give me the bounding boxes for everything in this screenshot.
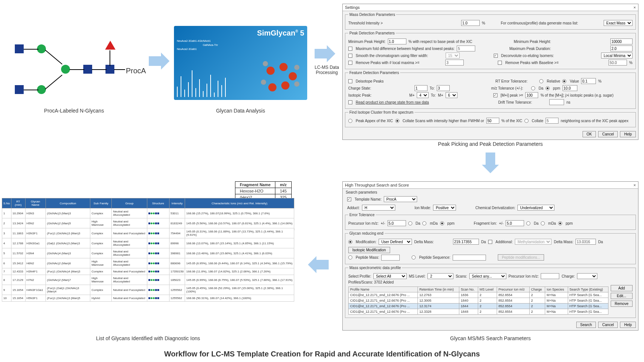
peak-detection-fieldset: Peak Detection Parameters Minimum Peak H… bbox=[345, 31, 636, 69]
precmz-input[interactable] bbox=[541, 273, 559, 279]
results-caption: List of Glycans Identified with Diagnost… bbox=[2, 335, 294, 341]
ionmode-select[interactable]: Positive bbox=[433, 205, 456, 211]
mz-da-radio[interactable] bbox=[531, 86, 535, 90]
settings-caption: Peak Picking and Peak Detection Paramete… bbox=[342, 141, 638, 147]
prec-tol[interactable] bbox=[388, 220, 406, 226]
mipk-input[interactable] bbox=[525, 92, 538, 98]
iso-to[interactable]: 6 bbox=[446, 92, 457, 98]
rt-relative-radio[interactable] bbox=[539, 79, 543, 83]
charge-from[interactable] bbox=[415, 85, 427, 91]
isotope-cluster-fieldset: Find Isotope Cluster from the spectrum P… bbox=[345, 110, 636, 127]
search-title: High Throughput Search and Score bbox=[345, 183, 409, 187]
smooth-select: 15 bbox=[446, 53, 460, 58]
charge-select[interactable] bbox=[577, 273, 597, 279]
chemderiv-select[interactable]: Underivatized bbox=[517, 205, 554, 211]
deconv-checkbox[interactable] bbox=[494, 54, 498, 58]
maxfold-checkbox[interactable] bbox=[348, 47, 352, 51]
rempk-input bbox=[445, 60, 464, 66]
mod-radio[interactable] bbox=[348, 240, 352, 244]
maxfold-input bbox=[457, 46, 475, 51]
drift-input bbox=[549, 99, 564, 105]
charge-to[interactable] bbox=[437, 85, 450, 91]
collate2-input bbox=[546, 118, 559, 124]
edit-button[interactable]: Edit... bbox=[611, 293, 633, 299]
collate-neighbor-radio[interactable] bbox=[524, 119, 529, 123]
min-peak-height[interactable] bbox=[610, 38, 633, 44]
profiles-table: Profile NameRetention Time (in min)Scan … bbox=[348, 286, 608, 315]
remove-button[interactable]: Remove bbox=[611, 301, 633, 307]
masslist-select[interactable]: Exact Mass bbox=[604, 20, 633, 26]
glycan-reducing-end-fieldset: Glycan reducing end Modification: User D… bbox=[345, 231, 636, 264]
settings-title: Settings bbox=[345, 5, 360, 10]
search-button[interactable]: Search bbox=[576, 322, 596, 328]
mipk-checkbox[interactable] bbox=[493, 93, 497, 97]
search-caption: Glycan MS/MS Search Parameters bbox=[342, 335, 638, 341]
additional-select: Methylamidation bbox=[515, 239, 551, 245]
arrow-2 bbox=[314, 44, 336, 63]
proca-glycan-structure: ProcA bbox=[15, 30, 141, 96]
search-dialog: High Throughput Search and Score× Search… bbox=[342, 181, 638, 331]
maxdur-input[interactable] bbox=[610, 46, 633, 51]
mass-detection-fieldset: Mass Detection Parameters Threshold Inte… bbox=[345, 13, 636, 30]
proca-caption: ProcA-Labeled N-Glycans bbox=[22, 108, 126, 114]
rembl-checkbox[interactable] bbox=[498, 61, 502, 65]
simglycan-caption: Glycan Data Analysis bbox=[174, 108, 307, 114]
min-peak-height-pct[interactable] bbox=[388, 38, 406, 44]
mztol-input[interactable] bbox=[563, 85, 577, 91]
lcms-label: LC-MS Data Processing bbox=[310, 65, 343, 75]
scans-select[interactable]: Select any... bbox=[469, 273, 506, 279]
frag-tol[interactable] bbox=[506, 220, 524, 226]
pepmass-radio[interactable] bbox=[348, 255, 352, 259]
arrow-4 bbox=[307, 255, 329, 274]
smooth-checkbox[interactable] bbox=[348, 54, 352, 58]
pepmass-input bbox=[381, 255, 400, 261]
mslevel-select[interactable]: 2 bbox=[427, 273, 453, 279]
pepmod-button: Peptide modifications... bbox=[498, 254, 544, 261]
pepseq-input bbox=[453, 255, 486, 261]
pepseq-radio[interactable] bbox=[412, 255, 416, 259]
close-icon[interactable]: × bbox=[634, 183, 636, 187]
rembl-input bbox=[608, 60, 627, 66]
help-button[interactable]: Help bbox=[620, 322, 636, 328]
arrow-3 bbox=[481, 152, 500, 174]
selprofile-select[interactable]: Select All bbox=[373, 273, 407, 279]
additional-checkbox[interactable] bbox=[488, 240, 492, 244]
feature-detection-fieldset: Feature Detection Parameters Deisotope P… bbox=[345, 71, 636, 109]
iso-from[interactable]: 4 bbox=[417, 92, 429, 98]
template-checkbox[interactable] bbox=[347, 197, 351, 201]
ok-button[interactable]: OK bbox=[583, 131, 596, 137]
collate-fwhm-radio[interactable] bbox=[395, 119, 399, 123]
simglycan-panel: SimGlycan® 5 NeuAca2-3Galb1-4GlcNAcb1 Ga… bbox=[174, 26, 307, 100]
rt-value-radio[interactable] bbox=[562, 79, 566, 83]
close-icon[interactable]: × bbox=[634, 5, 636, 10]
deltamass-input[interactable] bbox=[453, 239, 479, 245]
apex-radio[interactable] bbox=[348, 119, 352, 123]
deltamass2-input bbox=[576, 239, 596, 245]
main-caption: Workflow for LC-MS Template Creation for… bbox=[0, 350, 644, 358]
threshold-input[interactable] bbox=[461, 20, 480, 26]
mz-ppm-radio[interactable] bbox=[546, 86, 550, 90]
proca-label: ProcA bbox=[126, 67, 146, 75]
help-button[interactable]: Help bbox=[620, 131, 636, 137]
rempk-checkbox[interactable] bbox=[348, 61, 352, 65]
deiso-checkbox[interactable] bbox=[348, 79, 352, 83]
template-select[interactable]: ProcA bbox=[384, 196, 417, 202]
arrow-1 bbox=[148, 52, 170, 70]
cancel-button[interactable]: Cancel bbox=[598, 322, 618, 328]
cancel-button[interactable]: Cancel bbox=[598, 131, 618, 137]
settings-dialog: Settings× Mass Detection Parameters Thre… bbox=[342, 4, 638, 140]
error-tolerance-fieldset: Error Tolerance Precursor Ion m/z:+/- Da… bbox=[345, 213, 636, 230]
isomod-button[interactable]: Isotopic Modification bbox=[348, 247, 390, 253]
rterr-input[interactable] bbox=[581, 78, 596, 84]
ms-data-profile-fieldset: Mass spectrometric data profile Select P… bbox=[345, 266, 636, 318]
deconv-select[interactable]: Local Minima bbox=[601, 53, 633, 58]
results-table: S.NoRT (min)Glycan NameCompositionSub Fa… bbox=[2, 198, 294, 302]
mod-select[interactable]: User Defined bbox=[379, 239, 412, 245]
readprod-checkbox[interactable] bbox=[348, 100, 352, 104]
add-button[interactable]: Add bbox=[611, 285, 633, 291]
adduct-select[interactable]: H bbox=[362, 205, 395, 211]
collate-input[interactable] bbox=[486, 118, 499, 124]
